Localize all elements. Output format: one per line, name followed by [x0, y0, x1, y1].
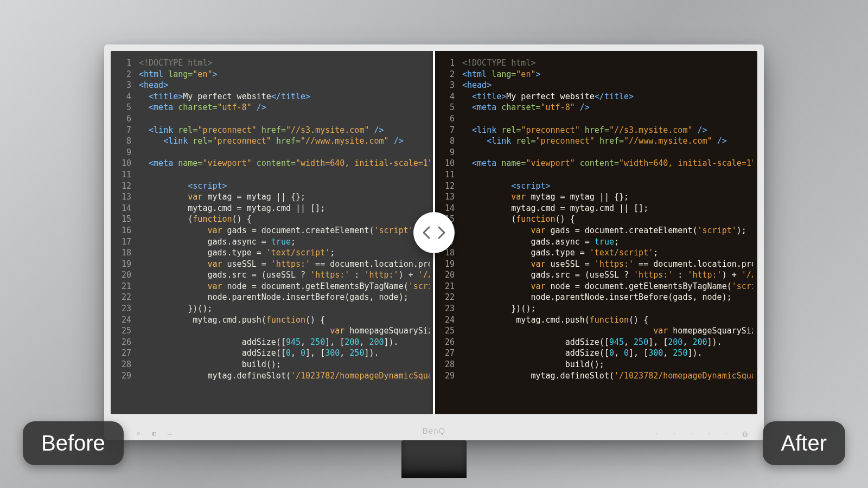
code-line: 7 <link rel="preconnect" href="//s3.mysi…: [438, 125, 753, 136]
code-line: 26 addSize([945, 250], [200, 200]).: [115, 337, 430, 348]
line-number: 8: [438, 136, 455, 147]
code-text: gads.async = true;: [462, 236, 753, 248]
code-text: <head>: [139, 80, 430, 91]
code-line: 11: [115, 169, 430, 181]
line-number: 7: [438, 125, 455, 136]
line-number: 18: [115, 247, 131, 259]
code-text: <!DOCTYPE html>: [462, 57, 753, 69]
code-text: [139, 147, 430, 158]
code-text: var node = document.getElementsByTagName…: [462, 281, 753, 292]
code-text: mytag.cmd.push(function() {: [139, 314, 430, 326]
line-number: 1: [115, 57, 131, 69]
code-text: var node = document.getElementsByTagName…: [139, 281, 430, 292]
code-line: 5 <meta charset="utf-8" />: [115, 102, 430, 113]
code-text: <script>: [462, 181, 753, 192]
code-line: 5 <meta charset="utf-8" />: [438, 102, 753, 113]
line-number: 2: [115, 69, 131, 80]
comparison-slider-handle[interactable]: [413, 212, 455, 253]
code-line: 9: [115, 147, 430, 158]
code-line: 27 addSize([0, 0], [300, 250]).: [438, 348, 753, 359]
code-text: mytag.defineSlot('/1023782/homepageDynam…: [462, 370, 753, 382]
code-text: [139, 113, 430, 125]
line-number: 12: [115, 181, 131, 192]
code-line: 4 <title>My perfect website</title>: [115, 91, 430, 102]
code-text: node.parentNode.insertBefore(gads, node)…: [139, 292, 430, 303]
monitor-screen: 1<!DOCTYPE html>2<html lang="en">3<head>…: [111, 51, 757, 414]
code-text: var homepageSquarySizeMapping =: [462, 325, 753, 337]
code-pane-after: 1<!DOCTYPE html>2<html lang="en">3<head>…: [434, 51, 757, 414]
line-number: 24: [438, 314, 455, 326]
code-line: 2<html lang="en">: [438, 69, 753, 80]
line-number: 10: [115, 158, 131, 169]
code-text: addSize([0, 0], [300, 250]).: [139, 348, 430, 359]
code-text: <title>My perfect website</title>: [139, 91, 430, 102]
code-line: 4 <title>My perfect website</title>: [438, 91, 753, 102]
line-number: 6: [115, 113, 131, 125]
code-line: 12 <script>: [115, 181, 430, 192]
code-line: 25 var homepageSquarySizeMapping =: [438, 325, 753, 337]
line-number: 12: [438, 181, 455, 192]
line-number: 23: [115, 303, 131, 314]
code-line: 13 var mytag = mytag || {};: [115, 191, 430, 203]
line-number: 22: [115, 292, 131, 303]
code-line: 22 node.parentNode.insertBefore(gads, no…: [115, 292, 430, 303]
line-number: 8: [115, 136, 131, 147]
line-number: 26: [438, 337, 455, 348]
code-line: 21 var node = document.getElementsByTagN…: [115, 281, 430, 292]
code-line: 7 <link rel="preconnect" href="//s3.mysi…: [115, 125, 430, 136]
after-badge: After: [763, 421, 845, 465]
line-number: 11: [438, 169, 455, 181]
line-number: 22: [438, 292, 455, 303]
line-number: 17: [115, 236, 131, 248]
code-line: 2<html lang="en">: [115, 69, 430, 80]
code-text: gads.src = (useSSL ? 'https:' : 'http:')…: [462, 269, 753, 281]
line-number: 29: [115, 370, 131, 382]
code-line: 16 var gads = document.createElement('sc…: [115, 225, 430, 236]
monitor-osd-buttons[interactable]: ·····⏻: [655, 431, 748, 437]
line-number: 13: [438, 191, 455, 203]
code-line: 3<head>: [438, 80, 753, 91]
code-line: 17 gads.async = true;: [438, 236, 753, 248]
line-number: 5: [438, 102, 455, 113]
code-line: 3<head>: [115, 80, 430, 91]
code-line: 12 <script>: [438, 181, 753, 192]
code-text: var useSSL = 'https:' == document.locati…: [139, 259, 430, 270]
code-text: })();: [139, 303, 430, 314]
code-text: var gads = document.createElement('scrip…: [139, 225, 430, 236]
code-text: <html lang="en">: [139, 69, 430, 80]
line-number: 10: [438, 158, 455, 169]
code-line: 1<!DOCTYPE html>: [438, 57, 753, 69]
line-number: 20: [438, 269, 455, 281]
code-text: <meta charset="utf-8" />: [462, 102, 753, 113]
line-number: 21: [115, 281, 131, 292]
monitor-stand: [401, 440, 467, 478]
code-line: 8 <link rel="preconnect" href="//www.mys…: [115, 136, 430, 147]
code-text: (function() {: [139, 214, 430, 225]
code-line: 6: [115, 113, 430, 125]
code-line: 26 addSize([945, 250], [200, 200]).: [438, 337, 753, 348]
code-text: <html lang="en">: [462, 69, 753, 80]
line-number: 27: [438, 348, 455, 359]
line-number: 4: [438, 91, 455, 102]
code-text: addSize([945, 250], [200, 200]).: [139, 337, 430, 348]
line-number: 7: [115, 125, 131, 136]
code-line: 14 mytag.cmd = mytag.cmd || [];: [438, 203, 753, 214]
line-number: 24: [115, 314, 131, 326]
code-text: <meta name="viewport" content="width=640…: [139, 158, 430, 169]
code-line: 10 <meta name="viewport" content="width=…: [438, 158, 753, 169]
code-text: [139, 169, 430, 181]
code-text: <link rel="preconnect" href="//www.mysit…: [462, 136, 753, 147]
line-number: 15: [115, 214, 131, 225]
code-line: 16 var gads = document.createElement('sc…: [438, 225, 753, 236]
code-text: [462, 169, 753, 181]
code-line: 18 gads.type = 'text/script';: [438, 247, 753, 259]
chevron-left-icon: [422, 226, 431, 240]
code-line: 14 mytag.cmd = mytag.cmd || [];: [115, 203, 430, 214]
monitor-brand: BenQ: [423, 426, 445, 435]
code-line: 29 mytag.defineSlot('/1023782/homepageDy…: [438, 370, 753, 382]
code-text: gads.async = true;: [139, 236, 430, 248]
line-number: 11: [115, 169, 131, 181]
before-badge: Before: [23, 421, 124, 465]
code-text: <script>: [139, 181, 430, 192]
code-text: var mytag = mytag || {};: [462, 191, 753, 203]
